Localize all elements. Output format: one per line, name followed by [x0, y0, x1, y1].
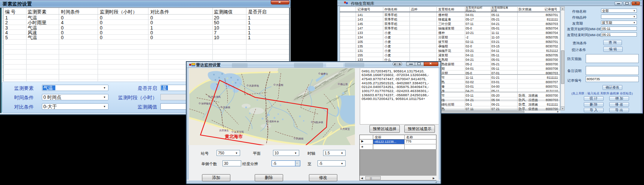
svg-text:丹家宝: 丹家宝	[343, 128, 350, 131]
svg-text:吉示海车: 吉示海车	[219, 129, 229, 132]
svg-text:曲桥台: 曲桥台	[321, 72, 328, 75]
svg-text:富其宝苑: 富其宝苑	[234, 131, 244, 134]
svg-text:石和中乡: 石和中乡	[269, 120, 279, 123]
svg-text:大屋相: 大屋相	[276, 84, 283, 87]
svg-text:高新保地: 高新保地	[249, 84, 259, 87]
svg-text:加怀集纸: 加怀集纸	[201, 102, 211, 105]
svg-text:利南镇: 利南镇	[296, 137, 304, 140]
svg-text:黄北海市: 黄北海市	[225, 134, 243, 139]
svg-text:沟助乡镇: 沟助乡镇	[313, 121, 323, 124]
svg-text:格山顶: 格山顶	[340, 83, 348, 86]
svg-text:呈美湖风: 呈美湖风	[211, 95, 221, 98]
svg-text:美港镇: 美港镇	[223, 106, 230, 109]
